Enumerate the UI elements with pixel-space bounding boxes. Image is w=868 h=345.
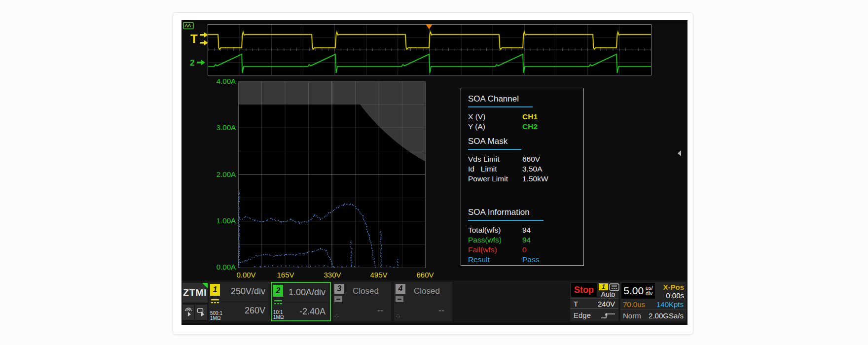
channel-1-offset: 260V <box>220 306 265 316</box>
channel-3-state: Closed <box>345 286 387 296</box>
soa-row-x-channel: X (V)CH1 <box>468 112 577 122</box>
trigger-type-row: Edge <box>570 310 618 321</box>
rising-edge-icon <box>600 311 616 319</box>
trigger-label: T <box>190 32 198 45</box>
channel-1-badge: 1 <box>210 284 220 296</box>
acquisition-mode: Norm <box>623 310 641 321</box>
xpos-label: X-Pos <box>663 283 684 291</box>
trigger-level-label: T <box>574 299 578 309</box>
channel-2-coupling-icon <box>273 298 283 306</box>
channel-3-offset: -- <box>345 306 383 316</box>
trigger-mode: Auto <box>597 290 619 298</box>
channel-4-offset: -- <box>406 306 444 316</box>
soa-row-total: Total(wfs)94 <box>468 225 577 235</box>
channel-2-offset: -2.40A <box>284 307 326 317</box>
capture-window: 70.0us <box>623 299 645 310</box>
scope-mode-icon[interactable] <box>183 22 196 31</box>
channel-4-minus-icon <box>396 296 403 302</box>
soa-row-id-limit: Id Limit3.50A <box>468 164 577 174</box>
soa-row-fail: Fail(wfs)0 <box>468 245 577 255</box>
channel-4-probe: -:- <box>396 313 400 318</box>
channel-2-status-selected[interactable]: 2 1.00A/div -2.40A 10:11MΩ <box>271 282 331 321</box>
channel-2-probe: 10:11MΩ <box>273 310 284 320</box>
soa-x-tick-660v: 660V <box>416 271 434 279</box>
soa-x-tick-0v: 0.00V <box>236 271 255 279</box>
soa-channel-title: SOA Channel <box>468 94 533 107</box>
timebase-status-block[interactable]: 5.00us/div X-Pos 0.00s 70.0us 140Kpts No… <box>620 282 686 321</box>
soa-plot-canvas <box>238 81 426 268</box>
waveform-preview-area[interactable] <box>208 24 651 75</box>
channel-3-probe: -:- <box>334 313 339 318</box>
acquisition-row: Norm 2.00GSa/s <box>620 310 686 321</box>
brand-logo[interactable]: ZTMI <box>182 283 208 303</box>
soa-info-panel: SOA Channel X (V)CH1 Y (A)CH2 SOA Mask V… <box>461 88 584 266</box>
channel-1-scale: 250V/div <box>220 286 265 297</box>
timebase-unit: us/div <box>646 285 653 296</box>
capture-row: 70.0us 140Kpts <box>620 299 686 310</box>
sample-rate: 2.00GSa/s <box>649 310 684 321</box>
timebase-scale: 5.00 <box>623 285 644 296</box>
channel-1-status[interactable]: 1 250V/div 260V 500:11MΩ <box>209 282 270 321</box>
soa-x-tick-330v: 330V <box>324 271 341 279</box>
soa-information-title: SOA Information <box>468 207 543 221</box>
soa-row-pass: Pass(wfs)94 <box>468 235 577 245</box>
logo-corner-badge <box>202 283 208 288</box>
screenshot-card: T 2 4.00A 3.00A 2.00A 1.00A 0.00A 0.00V … <box>173 12 693 335</box>
soa-x-tick-495v: 495V <box>370 271 387 279</box>
soa-xy-plot <box>238 81 426 268</box>
touch-icon <box>184 307 193 317</box>
gesture-mode-button[interactable] <box>195 305 207 320</box>
xpos-value: 0.00s <box>663 291 684 300</box>
waveform-preview-plot <box>208 25 651 75</box>
soa-y-tick-3a: 3.00A <box>200 123 236 132</box>
trigger-type: Edge <box>574 310 591 321</box>
soa-mask-title: SOA Mask <box>468 137 521 150</box>
soa-mask-section: SOA Mask Vds Limit660V Id Limit3.50A Pow… <box>468 137 577 184</box>
horizontal-position: X-Pos 0.00s <box>663 283 684 300</box>
soa-y-tick-1a: 1.00A <box>200 216 236 225</box>
channel-1-coupling-icon <box>210 297 220 305</box>
soa-channel-section: SOA Channel X (V)CH1 Y (A)CH2 <box>468 94 577 132</box>
acquisition-status[interactable]: Stop <box>571 283 597 297</box>
channel-2-scale: 1.00A/div <box>284 287 326 298</box>
channel-2-label: 2 <box>190 58 194 68</box>
channel-3-badge: 3 <box>334 284 344 294</box>
oscilloscope-screen: T 2 4.00A 3.00A 2.00A 1.00A 0.00A 0.00V … <box>181 20 687 325</box>
channel-3-minus-icon <box>334 296 342 302</box>
channel-4-badge: 4 <box>396 284 405 294</box>
trigger-status-block[interactable]: Stop 1 Auto T 240V Edge <box>570 282 618 321</box>
trigger-source-badge: 1 <box>599 283 608 290</box>
soa-row-result: ResultPass <box>468 255 577 265</box>
channel-2-badge: 2 <box>273 285 283 297</box>
timebase-scale-tile[interactable]: 5.00us/div <box>621 283 655 299</box>
trigger-level-row: T 240V <box>570 298 618 309</box>
soa-row-power-limit: Power Limit1.50kW <box>468 174 577 184</box>
gesture-icon <box>197 307 206 317</box>
soa-row-vds-limit: Vds Limit660V <box>468 154 577 164</box>
bottom-status-bar: ZTMI 1 2 <box>181 280 687 323</box>
channel-3-status[interactable]: 3 Closed -- -:- <box>333 282 391 321</box>
soa-x-tick-165v: 165V <box>277 271 294 279</box>
soa-y-tick-2a: 2.00A <box>200 170 236 178</box>
trigger-level-indicator[interactable]: T <box>190 31 210 48</box>
trigger-position-marker[interactable] <box>426 24 433 29</box>
soa-y-tick-0a: 0.00A <box>200 263 236 271</box>
soa-y-tick-4a: 4.00A <box>200 77 236 85</box>
touch-mode-button[interactable] <box>182 305 194 320</box>
channel-1-probe: 500:11MΩ <box>210 311 222 321</box>
channel-4-status[interactable]: 4 Closed -- -:- <box>394 282 452 321</box>
channel-4-state: Closed <box>406 286 448 296</box>
soa-information-section: SOA Information Total(wfs)94 Pass(wfs)94… <box>468 207 577 265</box>
trigger-level-value: 240V <box>598 299 615 309</box>
channel-2-position-indicator[interactable]: 2 <box>190 58 208 68</box>
soa-row-y-channel: Y (A)CH2 <box>468 122 577 132</box>
record-length: 140Kpts <box>656 299 684 310</box>
side-panel-expand-icon[interactable] <box>678 150 681 156</box>
trigger-coupling-icon <box>609 283 619 291</box>
brand-logo-text: ZTMI <box>183 287 207 298</box>
